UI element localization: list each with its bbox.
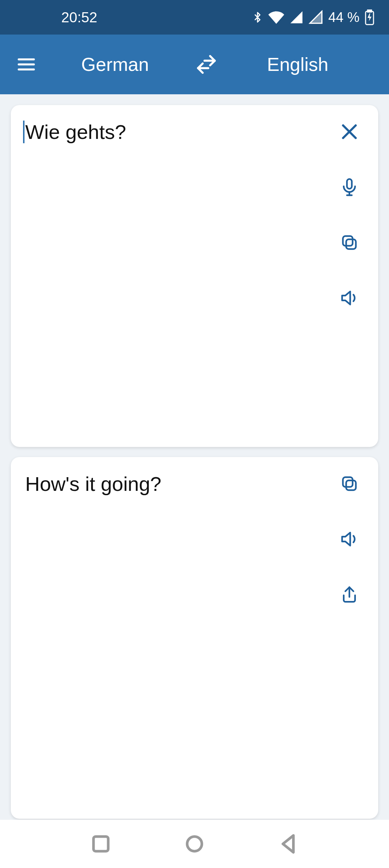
signal-icon-1 [289,10,304,24]
battery-charging-icon [365,9,375,25]
copy-input-button[interactable] [338,231,361,254]
output-card: How's it going? [11,457,378,819]
input-actions [335,119,364,433]
svg-point-15 [187,837,202,851]
svg-rect-14 [94,837,108,851]
clear-button[interactable] [338,120,361,143]
battery-percent: 44 % [328,10,359,25]
output-actions [335,471,364,804]
main-content: Wie gehts? How's it going? [0,94,389,829]
copy-output-button[interactable] [338,472,361,495]
target-language-selector[interactable]: English [221,54,375,75]
svg-rect-1 [368,10,372,12]
microphone-button[interactable] [338,176,361,199]
source-language-selector[interactable]: German [38,54,192,75]
back-button[interactable] [276,831,301,856]
recent-apps-button[interactable] [88,831,113,856]
menu-button[interactable] [14,53,38,76]
share-button[interactable] [338,583,361,606]
svg-rect-10 [346,239,356,249]
svg-rect-11 [343,236,353,246]
home-button[interactable] [182,831,207,856]
android-nav-bar [0,820,389,868]
speak-output-button[interactable] [338,528,361,551]
speak-input-button[interactable] [338,286,361,309]
status-bar: 20:52 44 % [0,0,389,35]
translated-text: How's it going? [25,471,335,804]
source-text-input[interactable]: Wie gehts? [25,119,335,433]
wifi-icon [268,9,284,25]
signal-icon-2 [309,10,323,24]
app-bar: German English [0,35,389,94]
svg-rect-7 [347,179,352,189]
bluetooth-icon [252,9,263,25]
status-time: 20:52 [61,9,97,26]
swap-languages-button[interactable] [192,53,221,76]
svg-rect-13 [343,477,353,487]
svg-rect-12 [346,480,356,490]
input-text: Wie gehts? [23,121,126,143]
status-icons: 44 % [252,9,375,25]
input-card: Wie gehts? [11,105,378,447]
